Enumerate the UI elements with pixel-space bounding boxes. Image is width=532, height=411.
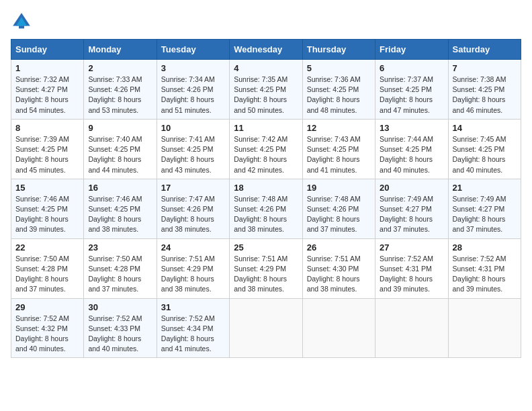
day-number: 24 xyxy=(161,242,225,253)
calendar-header-row: SundayMondayTuesdayWednesdayThursdayFrid… xyxy=(11,40,521,60)
day-number: 28 xyxy=(453,242,517,253)
calendar-cell xyxy=(375,298,448,358)
calendar-cell: 3Sunrise: 7:34 AMSunset: 4:26 PMDaylight… xyxy=(157,60,229,120)
calendar-cell: 13Sunrise: 7:44 AMSunset: 4:25 PMDayligh… xyxy=(375,119,448,179)
calendar-cell: 19Sunrise: 7:48 AMSunset: 4:26 PMDayligh… xyxy=(302,179,375,238)
day-number: 3 xyxy=(161,63,225,73)
calendar-cell: 18Sunrise: 7:48 AMSunset: 4:26 PMDayligh… xyxy=(230,179,302,238)
calendar-cell: 8Sunrise: 7:39 AMSunset: 4:25 PMDaylight… xyxy=(11,119,84,179)
day-number: 25 xyxy=(234,242,298,253)
day-info: Sunrise: 7:43 AMSunset: 4:25 PMDaylight:… xyxy=(307,135,361,174)
day-number: 17 xyxy=(161,183,225,193)
calendar-cell xyxy=(448,298,521,358)
day-number: 27 xyxy=(380,242,443,253)
day-number: 6 xyxy=(380,63,443,73)
day-info: Sunrise: 7:41 AMSunset: 4:25 PMDaylight:… xyxy=(161,135,215,174)
calendar-cell: 29Sunrise: 7:52 AMSunset: 4:32 PMDayligh… xyxy=(11,298,84,358)
day-number: 30 xyxy=(88,302,152,312)
calendar-cell: 7Sunrise: 7:38 AMSunset: 4:25 PMDaylight… xyxy=(448,60,521,120)
day-info: Sunrise: 7:46 AMSunset: 4:25 PMDaylight:… xyxy=(15,195,69,234)
calendar-cell: 25Sunrise: 7:51 AMSunset: 4:29 PMDayligh… xyxy=(230,238,302,298)
day-number: 29 xyxy=(15,302,79,312)
day-info: Sunrise: 7:49 AMSunset: 4:27 PMDaylight:… xyxy=(380,195,433,234)
day-info: Sunrise: 7:51 AMSunset: 4:30 PMDaylight:… xyxy=(307,255,361,293)
day-info: Sunrise: 7:35 AMSunset: 4:25 PMDaylight:… xyxy=(234,75,287,114)
day-number: 20 xyxy=(380,183,443,193)
logo xyxy=(11,11,35,32)
day-number: 8 xyxy=(15,123,79,133)
day-info: Sunrise: 7:48 AMSunset: 4:26 PMDaylight:… xyxy=(307,195,361,234)
week-row-2: 8Sunrise: 7:39 AMSunset: 4:25 PMDaylight… xyxy=(11,119,521,179)
calendar-cell: 6Sunrise: 7:37 AMSunset: 4:25 PMDaylight… xyxy=(375,60,448,120)
calendar-cell: 11Sunrise: 7:42 AMSunset: 4:25 PMDayligh… xyxy=(230,119,302,179)
day-number: 31 xyxy=(161,302,225,312)
day-info: Sunrise: 7:45 AMSunset: 4:25 PMDaylight:… xyxy=(453,135,506,174)
calendar-cell: 15Sunrise: 7:46 AMSunset: 4:25 PMDayligh… xyxy=(11,179,84,238)
header xyxy=(11,11,521,32)
day-number: 4 xyxy=(234,63,298,73)
day-number: 9 xyxy=(88,123,152,133)
day-info: Sunrise: 7:52 AMSunset: 4:33 PMDaylight:… xyxy=(88,314,142,353)
calendar-cell: 26Sunrise: 7:51 AMSunset: 4:30 PMDayligh… xyxy=(302,238,375,298)
day-header-friday: Friday xyxy=(375,40,448,60)
calendar-cell: 31Sunrise: 7:52 AMSunset: 4:34 PMDayligh… xyxy=(157,298,229,358)
day-number: 26 xyxy=(307,242,371,253)
day-header-wednesday: Wednesday xyxy=(230,40,302,60)
calendar-cell xyxy=(302,298,375,358)
day-info: Sunrise: 7:48 AMSunset: 4:26 PMDaylight:… xyxy=(234,195,287,234)
day-number: 23 xyxy=(88,242,152,253)
day-number: 5 xyxy=(307,63,371,73)
calendar-cell xyxy=(230,298,302,358)
week-row-1: 1Sunrise: 7:32 AMSunset: 4:27 PMDaylight… xyxy=(11,60,521,120)
calendar-body: 1Sunrise: 7:32 AMSunset: 4:27 PMDaylight… xyxy=(11,60,521,358)
day-info: Sunrise: 7:50 AMSunset: 4:28 PMDaylight:… xyxy=(88,255,142,293)
day-number: 12 xyxy=(307,123,371,133)
day-header-saturday: Saturday xyxy=(448,40,521,60)
day-header-sunday: Sunday xyxy=(11,40,84,60)
calendar-cell: 16Sunrise: 7:46 AMSunset: 4:25 PMDayligh… xyxy=(84,179,157,238)
calendar-cell: 21Sunrise: 7:49 AMSunset: 4:27 PMDayligh… xyxy=(448,179,521,238)
day-info: Sunrise: 7:52 AMSunset: 4:31 PMDaylight:… xyxy=(380,255,433,293)
week-row-3: 15Sunrise: 7:46 AMSunset: 4:25 PMDayligh… xyxy=(11,179,521,238)
day-number: 7 xyxy=(453,63,517,73)
logo-icon xyxy=(11,11,32,32)
day-header-monday: Monday xyxy=(84,40,157,60)
day-number: 11 xyxy=(234,123,298,133)
week-row-4: 22Sunrise: 7:50 AMSunset: 4:28 PMDayligh… xyxy=(11,238,521,298)
day-info: Sunrise: 7:34 AMSunset: 4:26 PMDaylight:… xyxy=(161,75,215,114)
calendar-cell: 24Sunrise: 7:51 AMSunset: 4:29 PMDayligh… xyxy=(157,238,229,298)
day-info: Sunrise: 7:33 AMSunset: 4:26 PMDaylight:… xyxy=(88,75,142,114)
day-number: 22 xyxy=(15,242,79,253)
day-info: Sunrise: 7:40 AMSunset: 4:25 PMDaylight:… xyxy=(88,135,142,174)
day-info: Sunrise: 7:52 AMSunset: 4:34 PMDaylight:… xyxy=(161,314,215,353)
day-info: Sunrise: 7:47 AMSunset: 4:26 PMDaylight:… xyxy=(161,195,215,234)
calendar-cell: 2Sunrise: 7:33 AMSunset: 4:26 PMDaylight… xyxy=(84,60,157,120)
calendar-cell: 4Sunrise: 7:35 AMSunset: 4:25 PMDaylight… xyxy=(230,60,302,120)
day-number: 15 xyxy=(15,183,79,193)
calendar-cell: 23Sunrise: 7:50 AMSunset: 4:28 PMDayligh… xyxy=(84,238,157,298)
calendar-cell: 22Sunrise: 7:50 AMSunset: 4:28 PMDayligh… xyxy=(11,238,84,298)
day-info: Sunrise: 7:39 AMSunset: 4:25 PMDaylight:… xyxy=(15,135,69,174)
week-row-5: 29Sunrise: 7:52 AMSunset: 4:32 PMDayligh… xyxy=(11,298,521,358)
calendar-cell: 27Sunrise: 7:52 AMSunset: 4:31 PMDayligh… xyxy=(375,238,448,298)
calendar-cell: 17Sunrise: 7:47 AMSunset: 4:26 PMDayligh… xyxy=(157,179,229,238)
day-info: Sunrise: 7:44 AMSunset: 4:25 PMDaylight:… xyxy=(380,135,433,174)
day-info: Sunrise: 7:51 AMSunset: 4:29 PMDaylight:… xyxy=(234,255,287,293)
day-number: 14 xyxy=(453,123,517,133)
day-number: 1 xyxy=(15,63,79,73)
day-info: Sunrise: 7:46 AMSunset: 4:25 PMDaylight:… xyxy=(88,195,142,234)
day-number: 13 xyxy=(380,123,443,133)
svg-rect-2 xyxy=(19,26,24,28)
day-number: 16 xyxy=(88,183,152,193)
day-info: Sunrise: 7:52 AMSunset: 4:32 PMDaylight:… xyxy=(15,314,69,353)
calendar-cell: 12Sunrise: 7:43 AMSunset: 4:25 PMDayligh… xyxy=(302,119,375,179)
day-number: 21 xyxy=(453,183,517,193)
day-header-thursday: Thursday xyxy=(302,40,375,60)
calendar-table: SundayMondayTuesdayWednesdayThursdayFrid… xyxy=(11,39,521,358)
calendar-cell: 9Sunrise: 7:40 AMSunset: 4:25 PMDaylight… xyxy=(84,119,157,179)
day-number: 18 xyxy=(234,183,298,193)
day-number: 10 xyxy=(161,123,225,133)
day-info: Sunrise: 7:32 AMSunset: 4:27 PMDaylight:… xyxy=(15,75,69,114)
day-info: Sunrise: 7:37 AMSunset: 4:25 PMDaylight:… xyxy=(380,75,433,114)
day-info: Sunrise: 7:49 AMSunset: 4:27 PMDaylight:… xyxy=(453,195,506,234)
